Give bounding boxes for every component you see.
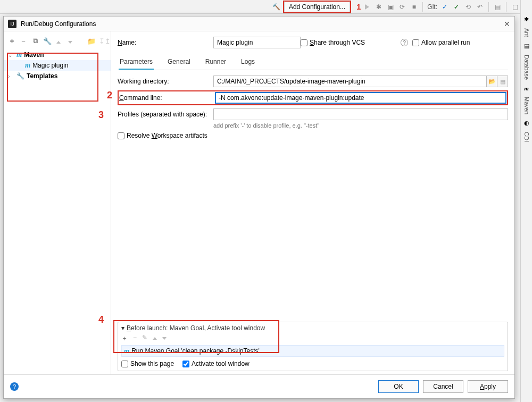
- add-task-icon[interactable]: ＋: [121, 334, 128, 343]
- resolve-box[interactable]: [118, 132, 124, 139]
- move-down-icon[interactable]: [66, 37, 74, 45]
- toolbar-separator: [422, 2, 423, 12]
- maven-icon: m: [16, 51, 22, 59]
- add-configuration-button[interactable]: Add Configuration...: [284, 2, 350, 12]
- dialog-title: Run/Debug Configurations: [21, 20, 96, 28]
- git-history-icon[interactable]: ⟲: [464, 3, 472, 11]
- command-line-label: Command line:: [119, 94, 215, 102]
- cdi-tool-window[interactable]: CDI: [523, 132, 530, 142]
- insert-macro-icon[interactable]: ▤: [497, 76, 508, 87]
- run-debug-configurations-dialog: IJ Run/Debug Configurations ✕ ＋ − ⧉ 🔧 📁 …: [3, 16, 515, 399]
- before-launch-item[interactable]: m Run Maven Goal 'clean package -DskipTe…: [121, 345, 504, 357]
- show-page-box[interactable]: [121, 361, 128, 367]
- tab-logs[interactable]: Logs: [240, 55, 256, 70]
- git-revert-icon[interactable]: ↶: [476, 3, 484, 11]
- ide-toolbar: 🔨 Add Configuration... 1 ✱ ▣ ⟳ ■ Git: ✓ …: [0, 0, 532, 14]
- remove-task-icon[interactable]: −: [133, 334, 137, 343]
- move-down-icon[interactable]: [162, 334, 167, 343]
- stop-icon[interactable]: ■: [410, 3, 418, 11]
- profiles-input[interactable]: [213, 108, 508, 120]
- working-directory-input[interactable]: [213, 76, 487, 87]
- profile-icon[interactable]: ⟳: [398, 3, 406, 11]
- run-icon[interactable]: [363, 3, 371, 11]
- resolve-workspace-checkbox[interactable]: Resolve Workspace artifacts: [118, 132, 508, 139]
- maven-icon: m: [524, 85, 529, 91]
- maven-icon: m: [124, 347, 129, 355]
- maven-tool-window[interactable]: Maven: [523, 97, 530, 114]
- share-through-vcs-checkbox[interactable]: Share through VCS: [301, 39, 396, 46]
- tab-parameters[interactable]: Parameters: [119, 55, 154, 70]
- tree-node-templates[interactable]: › 🔧 Templates: [4, 71, 111, 81]
- dialog-button-bar: ? OK Cancel Apply: [4, 374, 514, 398]
- tab-runner[interactable]: Runner: [204, 55, 227, 70]
- sidebar-toolbar: ＋ − ⧉ 🔧 📁 ↧↥: [4, 35, 111, 47]
- command-line-input[interactable]: [215, 92, 506, 104]
- database-icon: ▤: [524, 43, 529, 49]
- tree-node-label: Magic plugin: [32, 62, 68, 69]
- activate-tool-window-checkbox[interactable]: Activate tool window: [182, 360, 250, 367]
- maven-icon: m: [25, 61, 30, 70]
- chevron-down-icon: ▾: [121, 324, 124, 332]
- toolbar-separator: [488, 2, 489, 12]
- folder-icon[interactable]: 📁: [87, 37, 95, 45]
- edit-task-icon[interactable]: ✎: [142, 334, 147, 343]
- show-this-page-checkbox[interactable]: Show this page: [121, 360, 174, 367]
- before-launch-section: ▾ Before launch: Maven Goal, Activate to…: [118, 322, 508, 371]
- tab-general[interactable]: General: [167, 55, 192, 70]
- name-input[interactable]: [213, 37, 301, 48]
- coverage-icon[interactable]: ▣: [386, 3, 395, 11]
- apply-button[interactable]: Apply: [468, 380, 508, 393]
- edit-defaults-icon[interactable]: 🔧: [43, 37, 51, 45]
- share-checkbox-box[interactable]: [301, 39, 307, 46]
- help-icon[interactable]: ?: [401, 39, 408, 46]
- ant-icon: ✱: [524, 16, 529, 23]
- working-directory-label: Working directory:: [118, 78, 213, 85]
- config-main-panel: 3 Name: Share through VCS ? Allow parall…: [111, 31, 514, 374]
- browse-folder-icon[interactable]: 📂: [487, 76, 497, 87]
- git-label: Git:: [427, 3, 437, 11]
- wrench-icon: 🔧: [16, 72, 24, 80]
- right-tool-strip: ✱ Ant ▤ Database m Maven ◐ CDI: [520, 0, 532, 402]
- hammer-icon[interactable]: 🔨: [272, 3, 281, 11]
- tree-node-maven[interactable]: ⌄ m Maven: [4, 49, 111, 60]
- chevron-down-icon: ⌄: [8, 52, 14, 58]
- config-tree: ⌄ m Maven m Magic plugin › 🔧 Templates: [4, 47, 111, 83]
- activate-box[interactable]: [182, 361, 189, 367]
- add-configuration-label: Add Configuration...: [289, 3, 345, 11]
- add-config-icon[interactable]: ＋: [8, 36, 15, 46]
- sort-icon[interactable]: ↧↥: [99, 37, 106, 45]
- profiles-label: Profiles (separated with space):: [118, 111, 213, 118]
- profiles-hint: add prefix '-' to disable profile, e.g. …: [213, 122, 508, 129]
- copy-config-icon[interactable]: ⧉: [31, 37, 39, 45]
- chevron-right-icon: ›: [8, 73, 14, 79]
- help-icon[interactable]: ?: [10, 382, 19, 391]
- config-tabs: Parameters General Runner Logs: [118, 55, 508, 70]
- callout-4: 4: [98, 314, 104, 325]
- git-update-icon[interactable]: ✓: [440, 3, 449, 11]
- callout-1: 1: [356, 2, 361, 11]
- move-up-icon[interactable]: [55, 37, 62, 45]
- tree-node-magic-plugin[interactable]: m Magic plugin: [4, 60, 111, 71]
- dialog-close-button[interactable]: ✕: [504, 20, 510, 28]
- ant-tool-window[interactable]: Ant: [523, 28, 530, 37]
- structure-icon[interactable]: ▤: [493, 3, 502, 11]
- dialog-titlebar: IJ Run/Debug Configurations ✕: [4, 16, 514, 31]
- split-icon[interactable]: ▢: [511, 3, 519, 11]
- ok-button[interactable]: OK: [378, 380, 419, 393]
- database-tool-window[interactable]: Database: [523, 55, 530, 80]
- git-commit-icon[interactable]: ✓: [452, 3, 461, 11]
- name-label: Name:: [118, 39, 213, 46]
- cdi-icon: ◐: [524, 120, 529, 127]
- allow-parallel-box[interactable]: [412, 39, 419, 46]
- remove-config-icon[interactable]: −: [20, 37, 27, 45]
- move-up-icon[interactable]: [153, 334, 157, 343]
- allow-parallel-checkbox[interactable]: Allow parallel run: [412, 39, 508, 46]
- before-launch-toolbar: ＋ − ✎: [121, 334, 504, 343]
- cancel-button[interactable]: Cancel: [423, 380, 463, 393]
- tree-node-label: Templates: [27, 72, 57, 80]
- before-launch-header[interactable]: ▾ Before launch: Maven Goal, Activate to…: [121, 324, 504, 332]
- tree-node-label: Maven: [24, 51, 44, 58]
- toolbar-separator: [506, 2, 506, 12]
- debug-icon[interactable]: ✱: [375, 3, 383, 11]
- callout-3: 3: [98, 110, 104, 121]
